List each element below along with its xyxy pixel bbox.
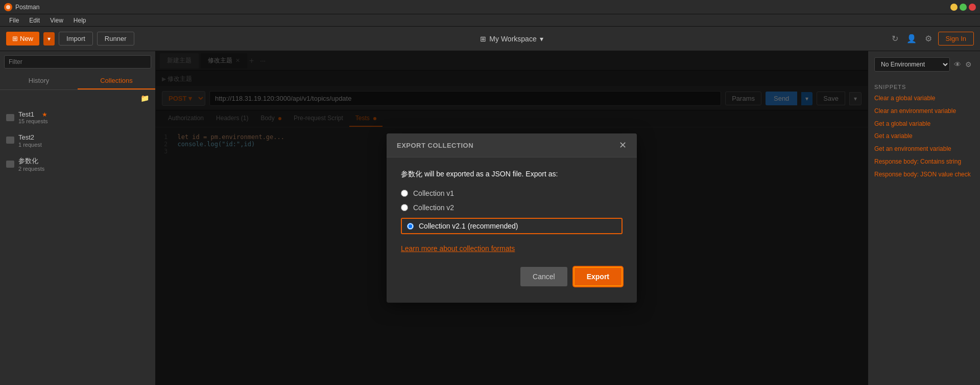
right-panel: No Environment 👁 ⚙ SNIPPETS Clear a glob…	[868, 51, 980, 385]
workspace-button[interactable]: ⊞ My Workspace ▾	[480, 35, 543, 43]
snippets-title: SNIPPETS	[874, 84, 974, 90]
radio-v1[interactable]	[401, 190, 408, 197]
menu-bar: File Edit View Help	[0, 14, 980, 27]
collection-folder-icon	[6, 161, 14, 168]
radio-group: Collection v1 Collection v2 Collection v…	[401, 189, 623, 234]
minimize-button[interactable]	[950, 4, 958, 11]
env-selector[interactable]: No Environment	[874, 57, 950, 72]
profile-icon[interactable]: 👤	[904, 32, 919, 46]
window-controls	[950, 4, 976, 11]
menu-view[interactable]: View	[45, 17, 68, 24]
star-icon: ★	[42, 111, 47, 118]
radio-option-v2[interactable]: Collection v2	[401, 203, 623, 212]
settings-icon[interactable]: ⚙	[923, 32, 934, 46]
modal-overlay: EXPORT COLLECTION ✕ 参数化 will be exported…	[156, 51, 868, 385]
snippet-get-global[interactable]: Get a global variable	[874, 120, 974, 128]
radio-option-v1[interactable]: Collection v1	[401, 189, 623, 197]
export-button[interactable]: Export	[573, 267, 623, 286]
modal-description: 参数化 will be exported as a JSON file. Exp…	[401, 170, 623, 179]
toolbar-right: ↻ 👤 ⚙ Sign In	[890, 32, 974, 46]
svg-point-0	[6, 5, 10, 9]
learn-more-link[interactable]: Learn more about collection formats	[401, 244, 623, 253]
workspace-chevron-icon: ▾	[540, 35, 543, 43]
snippet-get-env[interactable]: Get an environment variable	[874, 145, 974, 153]
snippets-section: SNIPPETS Clear a global variable Clear a…	[874, 84, 974, 183]
collection-folder-icon	[6, 137, 14, 144]
modal-body: 参数化 will be exported as a JSON file. Exp…	[387, 157, 637, 303]
new-folder-button[interactable]: 📁	[138, 92, 151, 104]
tab-history[interactable]: History	[0, 73, 78, 89]
maximize-button[interactable]	[960, 4, 967, 11]
content-area: 新建主题 修改主题 ✕ + ··· ▶ 修改主题 POST ▾ Params S…	[156, 51, 868, 385]
app-title: Postman	[15, 4, 39, 11]
radio-v21[interactable]	[407, 223, 414, 230]
sidebar-search-container	[0, 51, 155, 73]
menu-help[interactable]: Help	[68, 17, 91, 24]
snippet-clear-global[interactable]: Clear a global variable	[874, 94, 974, 103]
new-button[interactable]: ⊞ New	[6, 32, 39, 46]
main-layout: History Collections 📁 Test1 ★ 15 request…	[0, 51, 980, 385]
sidebar: History Collections 📁 Test1 ★ 15 request…	[0, 51, 156, 385]
workspace-center: ⊞ My Workspace ▾	[138, 35, 886, 43]
sidebar-collections: Test1 ★ 15 requests Test2 1 request 参数化 …	[0, 106, 155, 385]
search-input[interactable]	[4, 55, 151, 69]
sidebar-actions: 📁	[0, 90, 155, 106]
snippet-clear-env[interactable]: Clear an environment variable	[874, 107, 974, 116]
env-bar: No Environment 👁 ⚙	[874, 57, 974, 72]
main-toolbar: ⊞ New ▾ Import Runner ⊞ My Workspace ▾ ↻…	[0, 27, 980, 51]
modal-footer: Cancel Export	[401, 267, 623, 290]
snippet-response-json[interactable]: Response body: JSON value check	[874, 170, 974, 179]
title-bar: Postman	[0, 0, 980, 14]
sync-icon[interactable]: ↻	[890, 32, 900, 46]
close-button[interactable]	[969, 4, 976, 11]
env-manage-icon[interactable]: ⚙	[963, 58, 974, 71]
collection-folder-icon	[6, 114, 14, 121]
list-item[interactable]: Test1 ★ 15 requests	[0, 106, 155, 128]
cancel-button[interactable]: Cancel	[520, 267, 567, 286]
export-collection-modal: EXPORT COLLECTION ✕ 参数化 will be exported…	[387, 133, 637, 303]
sidebar-tabs: History Collections	[0, 73, 155, 90]
list-item[interactable]: Test2 1 request	[0, 128, 155, 152]
env-settings-icon[interactable]: 👁	[952, 58, 963, 71]
radio-v2[interactable]	[401, 204, 408, 211]
modal-close-button[interactable]: ✕	[619, 141, 627, 150]
menu-file[interactable]: File	[4, 17, 24, 24]
tab-collections[interactable]: Collections	[78, 73, 155, 89]
list-item[interactable]: 参数化 2 requests	[0, 152, 155, 176]
new-icon: ⊞	[12, 35, 18, 42]
app-icon	[4, 3, 12, 11]
snippet-response-contains[interactable]: Response body: Contains string	[874, 157, 974, 166]
snippet-get-variable[interactable]: Get a variable	[874, 132, 974, 141]
import-button[interactable]: Import	[59, 32, 93, 46]
menu-edit[interactable]: Edit	[24, 17, 45, 24]
new-dropdown-button[interactable]: ▾	[43, 32, 55, 46]
sign-in-button[interactable]: Sign In	[938, 32, 974, 46]
runner-button[interactable]: Runner	[97, 32, 134, 46]
modal-title: EXPORT COLLECTION	[397, 142, 473, 149]
radio-option-v21[interactable]: Collection v2.1 (recommended)	[401, 218, 623, 234]
workspace-grid-icon: ⊞	[480, 35, 486, 43]
modal-header: EXPORT COLLECTION ✕	[387, 133, 637, 157]
